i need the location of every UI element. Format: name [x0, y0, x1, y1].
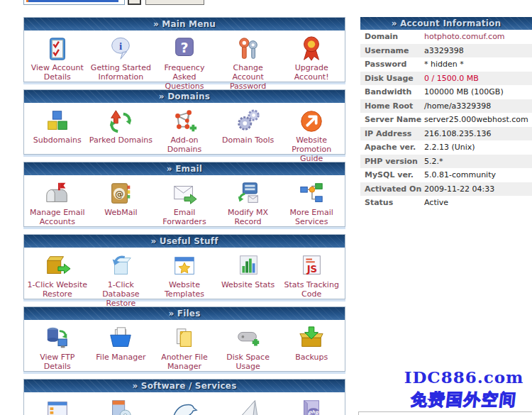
menu-item-php[interactable]: php: [279, 396, 343, 415]
menu-item-another-file-manager[interactable]: Another File Manager: [153, 323, 216, 371]
menu-item-label: WebMail: [89, 208, 153, 217]
php-icon: php: [279, 396, 343, 415]
menu-item-subdomains[interactable]: Subdomains: [26, 106, 89, 163]
account-info-value: 2.2.13 (Unix): [424, 143, 475, 152]
faq-icon: ?: [153, 34, 216, 62]
menu-item-label: Parked Domains: [89, 135, 153, 145]
menu-item-software-installer[interactable]: [89, 396, 153, 415]
menu-item-promotion-guide[interactable]: Website Promotion Guide: [279, 106, 343, 163]
account-info-label: Bandwidth: [360, 87, 424, 96]
account-info-row: Status Active: [360, 196, 532, 210]
menu-item-mysql[interactable]: [153, 396, 216, 415]
account-info-label: Activated On: [360, 184, 424, 194]
menu-item-file-manager[interactable]: File Manager: [89, 323, 153, 371]
menu-item-database-restore[interactable]: 1-Click Database Restore: [89, 251, 153, 308]
menu-section: » Software / Services php php: [23, 379, 345, 415]
ftp-details-icon: [26, 323, 89, 352]
menu-item-backups[interactable]: Backups: [279, 323, 343, 371]
website-templates-icon: [153, 251, 216, 280]
menu-item-getting-started[interactable]: i Getting Started Information: [89, 34, 153, 91]
account-info-row: Home Root /home/a3329398: [360, 99, 532, 114]
account-info-row: IP Address 216.108.235.136: [360, 127, 532, 141]
menu-item-label: Domain Tools: [216, 135, 280, 145]
account-info-table: Domain hotphoto.comuf.com Username a3329…: [360, 30, 532, 210]
menu-section: » Useful Stuff 1-Click Website Restore 1…: [23, 234, 345, 299]
menu-item-account-details[interactable]: View Account Details: [26, 34, 89, 91]
watermark-tagline: 免费国外空间: [394, 389, 532, 411]
menu-section: » Main Menu View Account Details i Getti…: [23, 17, 345, 82]
menu-item-more-email[interactable]: More Email Services: [279, 179, 343, 226]
menu-item-phpmyadmin[interactable]: php: [216, 396, 280, 415]
account-info-label: Username: [360, 46, 424, 55]
menu-item-addon-domains[interactable]: Add-on Domains: [153, 106, 216, 163]
section-body: php php: [24, 392, 345, 415]
account-info-label: Server Name: [360, 115, 424, 124]
change-password-icon: [216, 34, 280, 62]
addon-domains-icon: [153, 106, 216, 135]
watermark: IDC886.com 免费国外空间: [396, 367, 532, 411]
account-info-panel: » Account Information Domain hotphoto.co…: [360, 17, 532, 210]
menu-section: » Files View FTP Details File Manager An…: [23, 306, 345, 372]
account-info-value: 5.0.81-community: [424, 170, 496, 179]
menu-item-website-restore[interactable]: 1-Click Website Restore: [26, 251, 89, 308]
account-info-row: Password * hidden *: [360, 57, 532, 72]
menu-item-faq[interactable]: ? Frequency Asked Questions: [153, 34, 216, 91]
section-body: Subdomains Parked Domains Add-on Domains…: [24, 103, 345, 154]
account-info-row: Domain hotphoto.comuf.com: [360, 30, 532, 44]
menu-item-domain-tools[interactable]: Domain Tools: [216, 106, 280, 163]
account-details-icon: [26, 34, 89, 62]
account-info-row: Disk Usage 0 / 1500.0 MB: [360, 72, 532, 86]
domain-select-input[interactable]: [23, 0, 125, 5]
create-new-button[interactable]: Create New: [145, 0, 204, 5]
menu-item-label: Manage Email Accounts: [26, 208, 89, 226]
section-title: » Files: [24, 307, 345, 320]
section-title: » Useful Stuff: [24, 235, 345, 248]
menu-item-ftp-details[interactable]: View FTP Details: [26, 323, 89, 371]
webmail-icon: @: [89, 179, 153, 207]
menu-item-upgrade-account[interactable]: Upgrade Account!: [279, 34, 343, 91]
software-installer-icon: [89, 396, 153, 415]
account-info-value[interactable]: hotphoto.comuf.com: [424, 32, 505, 41]
menu-item-label: Another File Manager: [153, 353, 216, 371]
account-info-label: PHP version: [360, 157, 424, 166]
go-button[interactable]: Go: [128, 0, 141, 5]
menu-item-disk-usage[interactable]: Disk Space Usage: [216, 323, 280, 371]
menu-item-webmail[interactable]: @ WebMail: [89, 179, 153, 226]
svg-text:JS: JS: [306, 264, 318, 275]
menu-item-software-panel[interactable]: [26, 396, 89, 415]
menu-item-change-password[interactable]: Change Account Password: [216, 34, 280, 91]
menu-item-label: View FTP Details: [26, 353, 89, 371]
website-stats-icon: [216, 251, 280, 280]
menu-item-label: 1-Click Website Restore: [26, 280, 89, 299]
domain-tools-icon: [216, 106, 280, 135]
menu-item-parked-domains[interactable]: Parked Domains: [89, 106, 153, 163]
subdomains-icon: [26, 106, 89, 135]
getting-started-icon: i: [89, 34, 153, 62]
menu-item-label: Stats Tracking Code: [279, 280, 343, 299]
menu-item-manage-email[interactable]: Manage Email Accounts: [26, 179, 89, 226]
section-body: View FTP Details File Manager Another Fi…: [24, 320, 345, 371]
menu-item-stats-code[interactable]: JS Stats Tracking Code: [279, 251, 343, 308]
menu-item-label: Modify MX Record: [216, 208, 280, 226]
account-info-value: * hidden *: [424, 60, 464, 69]
mysql-icon: [153, 396, 216, 415]
menu-item-email-forwarders[interactable]: Email Forwarders: [153, 179, 216, 226]
account-info-label: Disk Usage: [360, 74, 424, 83]
menu-item-label: Disk Space Usage: [216, 353, 280, 371]
menu-item-label: 1-Click Database Restore: [89, 280, 153, 308]
menu-item-mx-record[interactable]: Modify MX Record: [216, 179, 280, 226]
account-info-label: Domain: [360, 32, 424, 41]
manage-email-icon: [26, 179, 89, 207]
account-info-value: a3329398: [424, 46, 464, 55]
account-info-value: server25.000webhost.com: [424, 115, 528, 124]
account-info-value: Active: [424, 198, 448, 207]
menu-item-website-templates[interactable]: Website Templates: [153, 251, 216, 308]
account-info-label: MySQL ver.: [360, 170, 424, 179]
another-file-manager-icon: [153, 323, 216, 352]
database-restore-icon: [89, 251, 153, 280]
account-info-label: Password: [360, 60, 424, 69]
menu-item-website-stats[interactable]: Website Stats: [216, 251, 280, 308]
backups-icon: [279, 323, 343, 352]
svg-text:php: php: [309, 409, 319, 415]
svg-text:?: ?: [180, 40, 188, 55]
